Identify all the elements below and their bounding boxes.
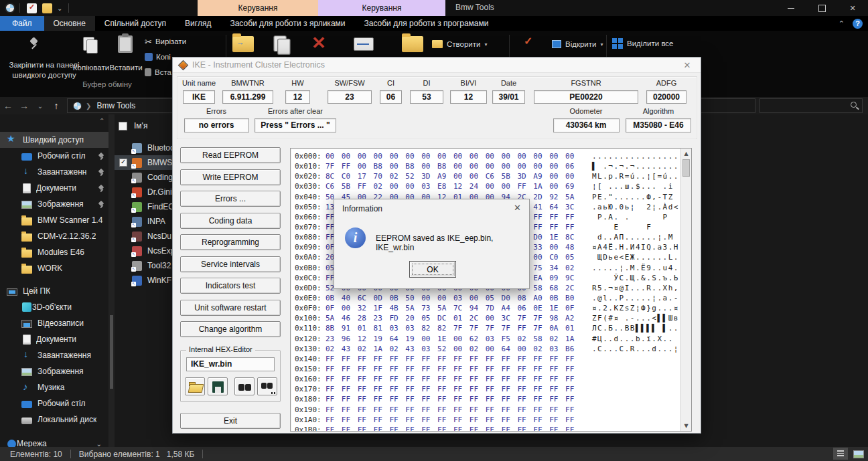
file-checkbox[interactable] — [119, 159, 127, 167]
file-row[interactable]: WinKF — [115, 273, 172, 288]
hex-dump-view[interactable]: ▲ ▼ 0x000:00 00 00 00 00 00 00 00 00 00 … — [290, 148, 692, 432]
select-all-button[interactable]: Виділити все — [612, 37, 674, 50]
file-row[interactable]: NcsDu — [115, 229, 172, 244]
sidebar-item[interactable]: Локальний диск — [0, 411, 108, 428]
file-row[interactable]: Dr.Gini — [115, 185, 172, 199]
sidebar-item[interactable]: Документи — [0, 331, 108, 347]
service-intervals-button[interactable]: Service intervals — [180, 256, 281, 272]
sidebar-item[interactable]: Зображення — [0, 363, 108, 379]
ike-window-title: IKE - Instrument Cluster Electronics — [192, 60, 325, 70]
open-file-button[interactable] — [185, 377, 205, 395]
menu-tab-3[interactable]: Засоби для роботи з ярликами — [220, 16, 354, 31]
maximize-button[interactable] — [806, 0, 837, 16]
up-button[interactable]: ↑ — [48, 100, 64, 111]
sidebar-item-label: Цей ПК — [23, 286, 50, 296]
recent-locations-chevron-icon[interactable]: ⌄ — [32, 102, 48, 110]
sidebar-item[interactable]: Мережа⌄ — [0, 436, 108, 447]
sidebar-item[interactable]: Відеозаписи — [0, 315, 108, 331]
open-button[interactable]: Відкрити▾ — [552, 38, 603, 50]
quick-access-properties-icon[interactable] — [27, 3, 37, 13]
coding-data-button[interactable]: Coding data — [180, 213, 281, 229]
exit-button[interactable]: Exit — [180, 413, 281, 429]
sidebar-item[interactable]: Цей ПК — [0, 283, 108, 299]
file-row[interactable]: Coding — [115, 170, 172, 185]
sidebar-item[interactable]: Швидкий доступ — [0, 132, 108, 148]
sidebar-item[interactable]: Завантаження — [0, 347, 108, 363]
paste-icon[interactable] — [118, 35, 133, 53]
file-row[interactable]: INPA — [115, 214, 172, 229]
sidebar-item[interactable]: CDM-v2.12.36.2 — [0, 228, 108, 244]
copy-to-icon[interactable] — [272, 35, 292, 55]
forward-button[interactable]: → — [16, 100, 32, 111]
save-file-button[interactable] — [208, 377, 228, 395]
cut-button[interactable]: ✂ Вирізати — [145, 36, 186, 47]
paste-shortcut-button[interactable]: Вста — [145, 67, 171, 78]
reprogramming-button[interactable]: Reprogramming — [180, 234, 281, 250]
file-menu-button[interactable]: Файл — [0, 16, 44, 31]
hex-ascii: R5.¬¤@I...R..Xh, — [592, 283, 679, 293]
hex-editor-filename-input[interactable]: IKE_wr.bin — [186, 357, 275, 371]
write-eeprom-button[interactable]: Write EEPROM — [180, 169, 281, 185]
read-eeprom-button[interactable]: Read EEPROM — [180, 147, 281, 163]
new-folder-icon[interactable] — [402, 36, 423, 52]
file-row[interactable]: BMWSc — [115, 155, 172, 170]
menu-tab-4[interactable]: Засоби для роботи з програмами — [355, 16, 498, 31]
menu-tab-0[interactable]: Основне — [44, 16, 95, 31]
menu-tab-2[interactable]: Вигляд — [175, 16, 220, 31]
file-row[interactable]: Bluetoo — [115, 141, 172, 155]
sidebar-item[interactable]: Музика — [0, 379, 108, 395]
file-list: Ім'я BluetooBMWScCodingDr.GiniFindECINPA… — [115, 114, 172, 447]
close-button[interactable] — [837, 0, 868, 16]
sidebar-item[interactable]: Робочий стіл — [0, 148, 108, 164]
column-header-name[interactable]: Ім'я — [134, 121, 147, 130]
breadcrumb[interactable]: Bmw Tools — [96, 101, 135, 110]
indicators-test-button[interactable]: Indicators test — [180, 278, 281, 294]
details-view-button[interactable] — [833, 448, 848, 460]
select-all-checkbox[interactable] — [119, 122, 127, 130]
context-tab-manage-2[interactable]: Керування — [318, 0, 445, 16]
ok-button[interactable]: OK — [409, 261, 456, 278]
sidebar-item[interactable]: Документи — [0, 180, 108, 196]
sidebar-item[interactable]: BMW Scanner 1.4 — [0, 212, 108, 228]
file-row[interactable]: FindEC — [115, 199, 172, 214]
new-item-button[interactable]: Створити▾ — [432, 38, 487, 50]
sidebar-scrollbar[interactable] — [108, 114, 115, 447]
quick-access-folder-icon[interactable] — [42, 3, 52, 13]
find-next-button[interactable] — [257, 377, 277, 395]
properties-check-icon[interactable]: ✓ — [524, 35, 532, 48]
sidebar-item[interactable]: 3D-об'єкти — [0, 299, 108, 315]
collapse-ribbon-chevron-icon[interactable]: ⌃ — [839, 19, 845, 28]
paste-button[interactable]: Вставити — [108, 63, 143, 73]
copy-icon[interactable] — [82, 36, 99, 54]
rename-icon[interactable] — [354, 37, 374, 51]
chevron-down-icon[interactable]: ⌄ — [96, 440, 102, 448]
sidebar-item[interactable]: Зображення — [0, 196, 108, 212]
thumbnail-view-button[interactable] — [851, 448, 865, 460]
back-button[interactable]: ← — [0, 100, 16, 111]
sidebar-item[interactable]: Modules E46 — [0, 244, 108, 260]
copy-path-button[interactable]: Копі — [145, 52, 171, 62]
ike-close-icon[interactable]: ✕ — [674, 60, 701, 70]
sidebar-item[interactable]: Робочий стіл — [0, 395, 108, 411]
context-tab-manage-1[interactable]: Керування — [198, 0, 318, 16]
pin-to-quick-access-icon[interactable] — [28, 37, 40, 50]
find-button[interactable] — [234, 377, 255, 395]
menu-tab-1[interactable]: Спільний доступ — [95, 16, 175, 31]
file-row[interactable]: NcsExp — [115, 244, 172, 258]
unit-software-restart-button[interactable]: Unit software restart — [180, 300, 281, 316]
change-algorithm-button[interactable]: Change algorithm — [180, 321, 281, 337]
sidebar-scroll-up-icon[interactable]: ⌃ — [99, 117, 104, 124]
minimize-button[interactable] — [776, 0, 806, 16]
sidebar-item[interactable]: WORK — [0, 260, 108, 276]
move-to-icon[interactable] — [232, 36, 254, 52]
search-input[interactable] — [760, 98, 863, 113]
ike-titlebar[interactable]: IKE - Instrument Cluster Electronics ✕ — [173, 58, 701, 73]
file-row[interactable]: Tool32 — [115, 258, 172, 273]
delete-icon[interactable]: ✕ — [311, 34, 326, 52]
quick-access-customize-chevron-icon[interactable]: ⌄ — [57, 5, 62, 12]
dialog-close-icon[interactable]: ✕ — [514, 203, 521, 213]
help-icon[interactable]: ? — [853, 19, 863, 29]
hex-row: 0x160:FF FF FF FF FF FF FF FF FF FF FF F… — [295, 374, 691, 384]
sidebar-item[interactable]: Завантаженн — [0, 164, 108, 180]
errors--button[interactable]: Errors ... — [180, 191, 281, 207]
